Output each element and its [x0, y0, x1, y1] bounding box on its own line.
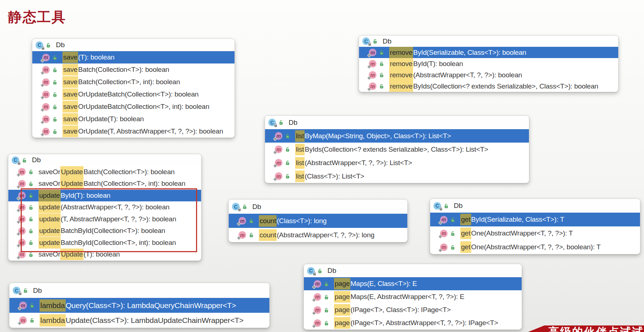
public-lock-icon [249, 232, 254, 238]
method-icon: m [42, 54, 50, 61]
match-highlight: count [259, 229, 277, 241]
match-highlight: list [295, 171, 305, 182]
method-signature: removeById(T): boolean [387, 58, 463, 70]
match-highlight: save [62, 101, 78, 112]
completion-item-saveOrUpdate-7[interactable]: msaveOrUpdate(T): boolean [8, 249, 201, 261]
completion-item-count-1[interactable]: mcount(AbstractWrapper<T, ?, ?>): long [229, 228, 407, 242]
public-lock-icon [46, 42, 51, 48]
popup-header: CDb [229, 200, 407, 214]
completion-item-saveOrUpdate-0[interactable]: msaveOrUpdateBatch(Collection<T>): boole… [8, 166, 201, 178]
public-lock-icon [324, 320, 329, 326]
completion-item-update-2[interactable]: mupdateById(T): boolean [8, 190, 201, 202]
completion-item-update-4[interactable]: mupdate(T, AbstractWrapper<T, ?, ?>): bo… [8, 213, 201, 225]
completion-item-save-2[interactable]: msaveBatch(Collection<T>, int): boolean [32, 76, 235, 88]
completion-item-save-4[interactable]: msaveOrUpdateBatch(Collection<T>, int): … [32, 101, 235, 113]
completion-item-save-3[interactable]: msaveOrUpdateBatch(Collection<T>): boole… [32, 88, 235, 101]
small-diamond-icon [438, 234, 442, 238]
method-signature: getOne(AbstractWrapper<T, ?, ?>, boolean… [458, 241, 600, 253]
completion-item-saveOrUpdate-1[interactable]: msaveOrUpdateBatch(Collection<T>, int): … [8, 178, 201, 190]
small-diamond-icon [438, 221, 442, 225]
completion-item-remove-1[interactable]: mremoveById(T): boolean [359, 58, 618, 69]
public-lock-icon [52, 129, 58, 134]
small-diamond-icon [16, 232, 20, 236]
completion-item-list-3[interactable]: mlist(Class<T>): List<T> [265, 169, 529, 183]
class-icon: C [362, 37, 370, 45]
match-highlight: get [460, 241, 471, 253]
completion-item-page-3[interactable]: mpage(IPage<T>, AbstractWrapper<T, ?, ?>… [304, 316, 522, 329]
public-lock-icon [450, 217, 456, 222]
match-highlight: page [334, 278, 350, 290]
method-icon: m [440, 216, 448, 224]
small-diamond-icon [17, 306, 21, 310]
method-icon: m [18, 239, 26, 246]
small-diamond-icon [367, 76, 371, 80]
completion-item-get-1[interactable]: mgetOne(AbstractWrapper<T, ?, ?>): T [430, 226, 640, 240]
method-signature: saveOrUpdate(T): boolean [60, 113, 144, 125]
match-highlight: save [62, 126, 78, 137]
match-highlight: get [460, 228, 471, 239]
match-highlight: remove [389, 58, 413, 70]
small-diamond-icon [273, 137, 277, 141]
method-icon: m [239, 217, 246, 225]
completion-item-remove-3[interactable]: mremoveByIds(Collection<? extends Serial… [359, 81, 618, 92]
method-icon: m [18, 168, 26, 176]
completion-item-save-0[interactable]: msave(T): boolean [32, 51, 235, 63]
method-icon: m [275, 145, 282, 153]
completion-item-remove-2[interactable]: mremove(AbstractWrapper<T, ?, ?>): boole… [359, 69, 618, 81]
match-highlight: save [62, 76, 78, 88]
method-icon: m [42, 78, 50, 86]
method-signature: update(AbstractWrapper<T, ?, ?>): boolea… [36, 201, 170, 213]
completion-item-page-1[interactable]: mpageMaps(E, AbstractWrapper<T, ?, ?>): … [304, 290, 522, 303]
method-icon: m [42, 128, 50, 135]
completion-item-lambda-1[interactable]: mlambdaUpdate(Class<T>): LambdaUpdateCha… [9, 313, 269, 328]
method-icon: m [18, 180, 26, 188]
completion-item-page-0[interactable]: mpageMaps(E, Class<T>): E [304, 277, 522, 290]
completion-item-list-2[interactable]: mlist(AbstractWrapper<T, ?, ?>): List<T> [265, 156, 529, 169]
completion-item-page-2[interactable]: mpage(IPage<T>, Class<T>): IPage<T> [304, 303, 522, 316]
public-lock-icon [29, 317, 35, 323]
completion-item-remove-0[interactable]: mremoveById(Serializable, Class<T>): boo… [359, 47, 618, 58]
match-highlight: save [62, 64, 78, 75]
completion-item-get-0[interactable]: mgetById(Serializable, Class<T>): T [430, 213, 640, 226]
completion-item-save-1[interactable]: msaveBatch(Collection<T>): boolean [32, 63, 235, 76]
completion-item-update-3[interactable]: mupdate(AbstractWrapper<T, ?, ?>): boole… [8, 201, 201, 213]
match-highlight: save [62, 89, 78, 100]
popup-header: CDb [359, 36, 618, 47]
completion-item-list-0[interactable]: mlistByMap(Map<String, Object>, Class<T>… [265, 129, 529, 143]
method-signature: removeById(Serializable, Class<T>): bool… [387, 47, 526, 58]
small-diamond-icon [312, 285, 316, 289]
small-diamond-icon [312, 311, 316, 315]
class-icon: C [232, 203, 240, 210]
page-title: 静态工具 [8, 8, 66, 26]
class-name: Db [31, 287, 42, 295]
match-highlight: update [38, 201, 61, 213]
method-icon: m [314, 306, 321, 314]
match-highlight: update [38, 190, 61, 201]
completion-item-list-1[interactable]: mlistByIds(Collection<? extends Serializ… [265, 143, 529, 156]
completion-item-lambda-0[interactable]: mlambdaQuery(Class<T>): LambdaQueryChain… [9, 298, 269, 313]
match-highlight: list [295, 144, 305, 155]
small-diamond-icon [438, 248, 442, 252]
match-highlight: get [460, 214, 471, 225]
completion-item-update-5[interactable]: mupdateBatchById(Collection<T>): boolean [8, 225, 201, 237]
public-lock-icon [278, 120, 284, 125]
class-icon: C [307, 267, 315, 275]
small-diamond-icon [40, 58, 44, 62]
small-lock-icon [18, 163, 20, 165]
small-diamond-icon [16, 197, 20, 201]
small-diamond-icon [273, 164, 277, 168]
completion-item-count-0[interactable]: mcount(Class<T>): long [229, 214, 407, 228]
public-lock-icon [52, 116, 58, 122]
completion-item-get-2[interactable]: mgetOne(AbstractWrapper<T, ?, ?>, boolea… [430, 240, 640, 254]
method-signature: page(IPage<T>, AbstractWrapper<T, ?, ?>)… [332, 317, 498, 329]
method-signature: removeByIds(Collection<? extends Seriali… [387, 81, 598, 92]
public-lock-icon [52, 104, 58, 110]
completion-item-save-5[interactable]: msaveOrUpdate(T): boolean [32, 113, 235, 125]
match-highlight: Update [60, 166, 83, 178]
class-name: Db [30, 156, 41, 164]
completion-item-update-6[interactable]: mupdateBatchById(Collection<T>, int): bo… [8, 237, 201, 249]
completion-item-save-6[interactable]: msaveOrUpdate(T, AbstractWrapper<T, ?, ?… [32, 125, 235, 138]
match-highlight: save [62, 52, 78, 63]
popup-header: CDb [265, 116, 529, 129]
class-name: Db [452, 202, 462, 210]
